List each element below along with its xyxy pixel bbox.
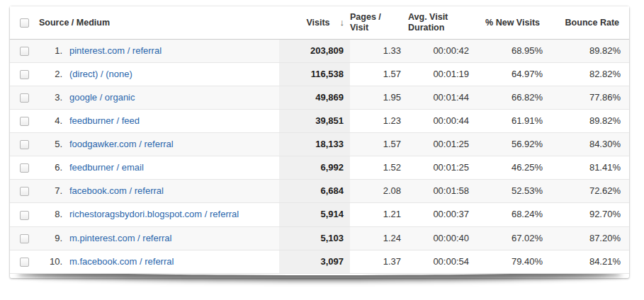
- row-rank: 10.: [38, 250, 62, 273]
- avg-visit-duration-value: 00:00:37: [408, 203, 476, 226]
- source-medium-link[interactable]: feedburner / feed: [69, 115, 140, 126]
- avg-visit-duration-value: 00:00:42: [408, 40, 476, 63]
- source-medium-link[interactable]: (direct) / (none): [69, 69, 132, 79]
- pages-per-visit-value: 1.95: [350, 86, 408, 110]
- avg-visit-duration-value: 00:01:25: [408, 133, 476, 156]
- source-medium-link[interactable]: pinterest.com / referral: [69, 45, 162, 56]
- row-checkbox-cell: [10, 63, 38, 86]
- column-header-visits[interactable]: Visits↓: [279, 6, 350, 40]
- row-rank: 7.: [38, 180, 62, 203]
- column-header-label: Source / Medium: [39, 18, 110, 28]
- row-rank: 8.: [38, 203, 62, 226]
- select-all-checkbox[interactable]: [20, 18, 29, 28]
- row-checkbox[interactable]: [20, 140, 29, 149]
- source-medium-cell: (direct) / (none): [62, 63, 279, 86]
- visits-value: 39,851: [279, 110, 350, 133]
- column-header-source-medium[interactable]: Source / Medium: [38, 6, 279, 40]
- source-medium-cell: google / organic: [62, 86, 279, 110]
- bounce-rate-value: 82.82%: [550, 63, 629, 86]
- row-checkbox[interactable]: [20, 117, 29, 126]
- source-medium-link[interactable]: google / organic: [69, 92, 135, 103]
- bounce-rate-value: 84.30%: [550, 133, 629, 156]
- table-row: 1. pinterest.com / referral 203,809 1.33…: [10, 40, 629, 63]
- row-checkbox[interactable]: [20, 258, 29, 267]
- column-header-pages-per-visit[interactable]: Pages / Visit: [350, 6, 408, 40]
- row-checkbox-cell: [10, 250, 38, 273]
- table-row: 6. feedburner / email 6,992 1.52 00:01:2…: [10, 156, 629, 180]
- avg-visit-duration-value: 00:00:44: [408, 110, 476, 133]
- table-row: 3. google / organic 49,869 1.95 00:01:44…: [10, 86, 629, 110]
- source-medium-cell: pinterest.com / referral: [62, 40, 279, 63]
- source-medium-report-card: Source / Medium Visits↓ Pages / Visit Av…: [10, 6, 629, 278]
- row-checkbox[interactable]: [20, 47, 29, 56]
- column-header-label: Avg. Visit Duration: [408, 12, 466, 33]
- table-row: 7. facebook.com / referral 6,684 2.08 00…: [10, 180, 629, 203]
- table-row: 2. (direct) / (none) 116,538 1.57 00:01:…: [10, 63, 629, 86]
- source-medium-link[interactable]: feedburner / email: [69, 162, 144, 173]
- row-checkbox[interactable]: [20, 234, 29, 243]
- pct-new-visits-value: 52.53%: [476, 180, 550, 203]
- source-medium-cell: m.pinterest.com / referral: [62, 226, 279, 250]
- column-header-pct-new-visits[interactable]: % New Visits: [476, 6, 550, 40]
- row-checkbox-cell: [10, 203, 38, 226]
- visits-value: 6,992: [279, 156, 350, 180]
- visits-value: 3,097: [279, 250, 350, 273]
- table-row: 9. m.pinterest.com / referral 5,103 1.24…: [10, 226, 629, 250]
- visits-value: 5,103: [279, 226, 350, 250]
- row-rank: 4.: [38, 110, 62, 133]
- visits-value: 49,869: [279, 86, 350, 110]
- column-header-label: % New Visits: [485, 18, 540, 28]
- bounce-rate-value: 77.86%: [550, 86, 629, 110]
- row-checkbox-cell: [10, 180, 38, 203]
- row-checkbox-cell: [10, 226, 38, 250]
- row-rank: 1.: [38, 40, 62, 63]
- table-header-row: Source / Medium Visits↓ Pages / Visit Av…: [10, 6, 629, 40]
- visits-value: 116,538: [279, 63, 350, 86]
- pct-new-visits-value: 68.95%: [476, 40, 550, 63]
- table-row: 10. m.facebook.com / referral 3,097 1.37…: [10, 250, 629, 273]
- pages-per-visit-value: 1.57: [350, 133, 408, 156]
- bounce-rate-value: 89.82%: [550, 110, 629, 133]
- pages-per-visit-value: 1.52: [350, 156, 408, 180]
- avg-visit-duration-value: 00:01:25: [408, 156, 476, 180]
- row-checkbox[interactable]: [20, 187, 29, 196]
- bounce-rate-value: 87.20%: [550, 226, 629, 250]
- avg-visit-duration-value: 00:00:40: [408, 226, 476, 250]
- pct-new-visits-value: 66.82%: [476, 86, 550, 110]
- pages-per-visit-value: 2.08: [350, 180, 408, 203]
- bounce-rate-value: 89.82%: [550, 40, 629, 63]
- column-header-label: Bounce Rate: [565, 18, 619, 28]
- row-rank: 2.: [38, 63, 62, 86]
- source-medium-link[interactable]: richestoragsbydori.blogspot.com / referr…: [69, 209, 239, 219]
- sort-descending-icon[interactable]: ↓: [340, 17, 345, 28]
- pct-new-visits-value: 68.24%: [476, 203, 550, 226]
- row-checkbox[interactable]: [20, 211, 29, 220]
- row-checkbox-cell: [10, 156, 38, 180]
- pct-new-visits-value: 46.25%: [476, 156, 550, 180]
- avg-visit-duration-value: 00:01:58: [408, 180, 476, 203]
- source-medium-cell: richestoragsbydori.blogspot.com / referr…: [62, 203, 279, 226]
- pct-new-visits-value: 56.92%: [476, 133, 550, 156]
- source-medium-link[interactable]: foodgawker.com / referral: [69, 139, 174, 149]
- bounce-rate-value: 72.62%: [550, 180, 629, 203]
- column-header-avg-visit-duration[interactable]: Avg. Visit Duration: [408, 6, 476, 40]
- column-header-bounce-rate[interactable]: Bounce Rate: [550, 6, 629, 40]
- avg-visit-duration-value: 00:01:44: [408, 86, 476, 110]
- source-medium-link[interactable]: m.pinterest.com / referral: [69, 233, 172, 243]
- source-medium-link[interactable]: facebook.com / referral: [69, 185, 164, 196]
- row-checkbox[interactable]: [20, 163, 29, 173]
- row-checkbox[interactable]: [20, 93, 29, 103]
- row-checkbox[interactable]: [20, 70, 29, 79]
- row-rank: 5.: [38, 133, 62, 156]
- pct-new-visits-value: 61.91%: [476, 110, 550, 133]
- visits-value: 6,684: [279, 180, 350, 203]
- bounce-rate-value: 84.21%: [550, 250, 629, 273]
- source-medium-link[interactable]: m.facebook.com / referral: [69, 256, 174, 267]
- column-header-label: Pages / Visit: [350, 12, 398, 33]
- pages-per-visit-value: 1.37: [350, 250, 408, 273]
- table-row: 5. foodgawker.com / referral 18,133 1.57…: [10, 133, 629, 156]
- bounce-rate-value: 92.70%: [550, 203, 629, 226]
- visits-value: 5,914: [279, 203, 350, 226]
- source-medium-cell: feedburner / email: [62, 156, 279, 180]
- pct-new-visits-value: 79.40%: [476, 250, 550, 273]
